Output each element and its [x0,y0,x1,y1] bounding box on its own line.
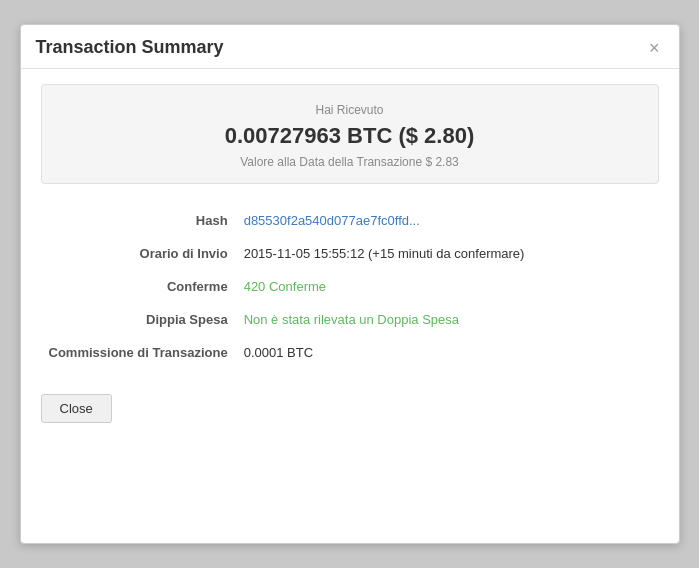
close-button[interactable]: Close [41,394,112,423]
detail-label: Orario di Invio [41,237,236,270]
modal-title: Transaction Summary [36,37,224,58]
table-row: Conferme420 Conferme [41,270,659,303]
detail-value: 2015-11-05 15:55:12 (+15 minuti da confe… [236,237,659,270]
detail-label: Hash [41,204,236,237]
detail-label: Dippia Spesa [41,303,236,336]
detail-value[interactable]: d85530f2a540d077ae7fc0ffd... [236,204,659,237]
detail-value: 0.0001 BTC [236,336,659,369]
table-row: Commissione di Transazione0.0001 BTC [41,336,659,369]
table-row: Orario di Invio2015-11-05 15:55:12 (+15 … [41,237,659,270]
detail-label: Commissione di Transazione [41,336,236,369]
modal-body: Hai Ricevuto 0.00727963 BTC ($ 2.80) Val… [21,69,679,384]
detail-value: Non è stata rilevata un Doppia Spesa [236,303,659,336]
detail-label: Conferme [41,270,236,303]
summary-amount: 0.00727963 BTC ($ 2.80) [62,123,638,149]
modal-footer: Close [21,384,679,438]
transaction-summary-modal: Transaction Summary × Hai Ricevuto 0.007… [20,24,680,544]
table-row: Hashd85530f2a540d077ae7fc0ffd... [41,204,659,237]
detail-value: 420 Conferme [236,270,659,303]
modal-header: Transaction Summary × [21,25,679,69]
table-row: Dippia SpesaNon è stata rilevata un Dopp… [41,303,659,336]
close-x-button[interactable]: × [645,39,664,57]
received-label: Hai Ricevuto [62,103,638,117]
summary-box: Hai Ricevuto 0.00727963 BTC ($ 2.80) Val… [41,84,659,184]
details-table: Hashd85530f2a540d077ae7fc0ffd...Orario d… [41,204,659,369]
value-at-date: Valore alla Data della Transazione $ 2.8… [62,155,638,169]
